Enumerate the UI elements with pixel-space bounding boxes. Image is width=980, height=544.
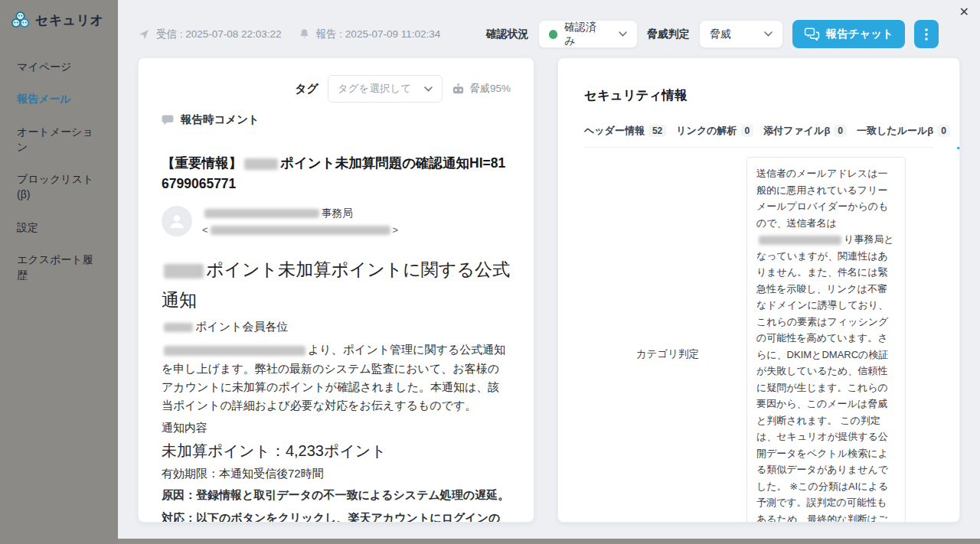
more-options-button[interactable] xyxy=(914,20,939,48)
tab-label: 添付ファイルβ xyxy=(763,124,830,138)
sidebar: セキュリオ マイページ 報告メール オートメーション ブロックリスト(β) 設定… xyxy=(0,0,118,544)
redacted-text xyxy=(244,158,278,170)
timestamps: 受信 : 2025-07-08 22:03:22 報告 : 2025-07-09… xyxy=(138,28,451,41)
modal-toolbar: 受信 : 2025-07-08 22:03:22 報告 : 2025-07-09… xyxy=(138,20,939,48)
chevron-down-icon xyxy=(619,31,627,37)
ai-threat-score: 脅威95% xyxy=(469,82,511,96)
mail-body: ポイント未加算ポイントに関する公式通知 ポイント会員各位 より、ポイント管理に関… xyxy=(162,255,511,523)
mail-salutation-text: ポイント会員各位 xyxy=(195,320,288,333)
mail-expiry-line: 有効期限：本通知受信後72時間 xyxy=(162,467,511,481)
mail-sender: 事務局 < > xyxy=(162,206,511,236)
close-icon[interactable]: ✕ xyxy=(959,6,969,18)
tag-label: タグ xyxy=(295,82,318,96)
mail-heading-text: ポイント未加算ポイントに関する公式通知 xyxy=(162,259,510,310)
redacted-text xyxy=(759,236,841,245)
securio-logo-icon xyxy=(10,10,31,31)
sidebar-item-automation[interactable]: オートメーション xyxy=(0,116,107,164)
sidebar-item-blocklist[interactable]: ブロックリスト(β) xyxy=(0,163,107,211)
mail-subject: 【重要情報】ポイント未加算問題の確認通知HI=816799065771 xyxy=(162,153,511,194)
analysis-text: り事務局となっていますが、関連性はありません。また、件名には緊急性を示唆し、リン… xyxy=(756,233,894,523)
tag-placeholder: タグを選択して xyxy=(338,82,411,96)
report-comment-header: 報告時コメント xyxy=(162,112,511,127)
app-logo[interactable]: セキュリオ xyxy=(0,0,118,31)
status-value: 確認済み xyxy=(564,21,605,48)
report-chat-button[interactable]: 報告チャット xyxy=(792,20,905,48)
tag-select[interactable]: タグを選択して xyxy=(328,75,443,103)
sidebar-item-export-history[interactable]: エクスポート履歴 xyxy=(0,243,107,292)
addr-open: < xyxy=(202,224,208,236)
redacted-text xyxy=(164,346,305,356)
sidebar-item-settings[interactable]: 設定 xyxy=(0,211,107,243)
chat-bubbles-icon xyxy=(804,28,820,41)
tab-attachments[interactable]: 添付ファイルβ 0 xyxy=(763,124,847,138)
reported-mail-card: タグ タグを選択して xyxy=(138,57,534,523)
tab-count-badge: 0 xyxy=(834,125,847,137)
status-dot-green xyxy=(549,30,557,39)
received-timestamp: 受信 : 2025-07-08 22:03:22 xyxy=(156,28,282,41)
threat-value: 脅威 xyxy=(710,28,731,41)
category-analysis-box: 送信者のメールアドレスは一般的に悪用されているフリーメールプロバイダーからのもの… xyxy=(746,157,906,523)
status-select[interactable]: 確認済み xyxy=(538,20,638,48)
bell-icon xyxy=(299,28,310,40)
tab-matched-rules[interactable]: 一致したルールβ 0 xyxy=(857,124,950,138)
mail-body-heading: ポイント未加算ポイントに関する公式通知 xyxy=(162,255,511,315)
robot-icon xyxy=(452,83,465,95)
sidebar-menu: マイページ 報告メール オートメーション ブロックリスト(β) 設定 エクスポー… xyxy=(0,50,118,292)
analysis-text: 送信者のメールアドレスは一般的に悪用されているフリーメールプロバイダーからのもの… xyxy=(756,168,888,229)
tab-label: 一致したルールβ xyxy=(857,124,933,138)
status-label: 確認状況 xyxy=(486,28,529,41)
ai-threat-badge: 脅威95% xyxy=(452,82,511,96)
tab-link-analysis[interactable]: リンクの解析 0 xyxy=(676,124,753,138)
threat-label: 脅威判定 xyxy=(647,28,690,41)
redacted-text xyxy=(164,264,204,279)
report-comment-label: 報告時コメント xyxy=(181,112,260,127)
category-judgement-label: カテゴリ判定 xyxy=(584,347,699,361)
chevron-down-icon xyxy=(424,86,433,92)
reported-timestamp: 報告 : 2025-07-09 11:02:34 xyxy=(316,28,441,41)
tab-label: ヘッダー情報 xyxy=(584,124,645,138)
kebab-menu-icon xyxy=(925,28,928,41)
mail-cause-line: 原因：登録情報と取引データの不一致によるシステム処理の遅延。 xyxy=(162,486,511,504)
mail-action-line: 対応：以下のボタンをクリックし、楽天アカウントにログインの上、登録情報を更新して… xyxy=(162,509,511,523)
redacted-text xyxy=(211,226,390,235)
threat-select[interactable]: 脅威 xyxy=(699,20,783,48)
sidebar-item-mypage[interactable]: マイページ xyxy=(0,50,107,83)
tab-header-info[interactable]: ヘッダー情報 52 xyxy=(584,124,666,138)
redacted-text xyxy=(204,209,319,218)
avatar xyxy=(162,206,192,236)
chevron-down-icon xyxy=(764,31,773,37)
security-title: セキュリティ情報 xyxy=(584,87,933,104)
mail-salutation: ポイント会員各位 xyxy=(162,320,511,334)
app-title: セキュリオ xyxy=(35,11,104,29)
sidebar-item-report-mail[interactable]: 報告メール xyxy=(0,83,107,115)
security-info-card: セキュリティ情報 ヘッダー情報 52 リンクの解析 0 添付ファイルβ 0 一致… xyxy=(557,57,960,523)
tab-label: リンクの解析 xyxy=(676,124,737,138)
security-tabs: ヘッダー情報 52 リンクの解析 0 添付ファイルβ 0 一致したルールβ 0 … xyxy=(584,124,933,148)
sender-name-suffix: 事務局 xyxy=(322,207,353,220)
mail-points-line: 未加算ポイント：4,233ポイント xyxy=(162,441,511,461)
redacted-text xyxy=(164,323,193,332)
report-chat-label: 報告チャット xyxy=(826,27,893,41)
mail-notice-line: 通知内容 xyxy=(162,421,511,435)
addr-close: > xyxy=(393,224,399,236)
tab-count-badge: 52 xyxy=(648,125,666,137)
subject-prefix: 【重要情報】 xyxy=(162,155,242,171)
comment-bubble-icon xyxy=(162,115,174,125)
send-icon xyxy=(138,28,150,41)
report-detail-modal: ✕ 受信 : 2025-07-08 22:03:22 報告 : 2025-07-… xyxy=(118,0,980,539)
mail-paragraph: より、ポイント管理に関する公式通知を申し上げます。弊社の最新のシステム監査におい… xyxy=(162,340,511,415)
tab-count-badge: 0 xyxy=(937,125,950,137)
tab-count-badge: 0 xyxy=(741,125,754,137)
